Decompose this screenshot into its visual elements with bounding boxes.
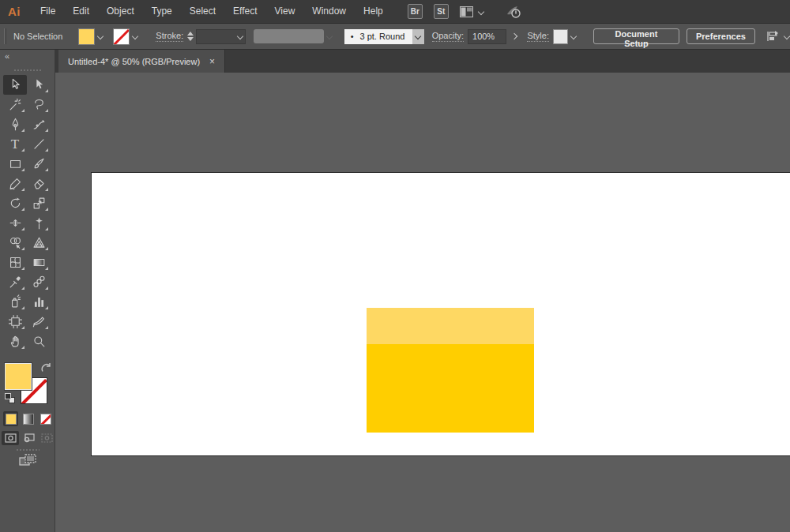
tools-panel-grip[interactable] <box>13 69 42 72</box>
align-icon <box>766 30 780 43</box>
slice-tool[interactable] <box>27 312 51 332</box>
chevron-down-icon <box>97 33 103 39</box>
draw-normal-button[interactable] <box>2 431 19 445</box>
artboard-tool[interactable] <box>3 312 27 332</box>
workspace-switcher[interactable] <box>460 6 484 17</box>
chevron-down-icon <box>784 33 790 39</box>
mesh-tool[interactable] <box>3 253 27 272</box>
fill-color-control[interactable] <box>78 28 106 45</box>
default-fill-stroke-button[interactable] <box>5 393 15 403</box>
line-segment-tool-icon <box>32 137 47 152</box>
hand-tool[interactable] <box>3 332 27 351</box>
style-swatch[interactable] <box>553 29 568 44</box>
symbol-sprayer-tool[interactable] <box>3 292 27 312</box>
style-control[interactable] <box>553 28 579 45</box>
fill-color-swatch[interactable] <box>78 28 95 45</box>
stroke-dropdown-button[interactable] <box>130 28 141 45</box>
menu-object[interactable]: Object <box>98 0 143 23</box>
direct-selection-tool-icon <box>32 77 47 92</box>
artboard[interactable] <box>91 172 790 456</box>
menu-help[interactable]: Help <box>355 0 392 23</box>
tools-panel-grip[interactable] <box>16 448 40 451</box>
zoom-tool[interactable] <box>27 332 51 351</box>
selection-tool[interactable] <box>3 75 27 95</box>
change-screen-mode-button[interactable] <box>19 454 36 470</box>
line-segment-tool[interactable] <box>27 134 51 154</box>
symbol-sprayer-tool-icon <box>8 294 23 309</box>
width-tool[interactable] <box>3 213 27 233</box>
perspective-grid-tool[interactable] <box>27 233 51 253</box>
brush-definition-combo[interactable]: • 3 pt. Round <box>344 29 424 44</box>
direct-selection-tool[interactable] <box>27 75 51 95</box>
variable-width-dropdown[interactable] <box>324 28 335 45</box>
gradient-mode-button[interactable] <box>21 411 36 426</box>
stroke-weight-stepper[interactable] <box>187 32 194 41</box>
align-options-control[interactable] <box>766 30 790 43</box>
bridge-button[interactable]: Br <box>408 4 423 19</box>
document-setup-button[interactable]: Document Setup <box>593 28 679 44</box>
fill-stroke-indicator <box>5 363 54 409</box>
menu-view[interactable]: View <box>266 0 304 23</box>
gradient-mode-icon <box>23 414 34 425</box>
menu-select[interactable]: Select <box>181 0 224 23</box>
stroke-none-swatch[interactable] <box>113 28 130 45</box>
brush-dropdown-button[interactable] <box>412 29 424 44</box>
none-mode-button[interactable] <box>38 411 53 426</box>
shape-builder-tool[interactable] <box>3 233 27 253</box>
stroke-weight-combo[interactable] <box>196 29 245 44</box>
blend-tool-icon <box>32 275 47 290</box>
lasso-tool[interactable] <box>27 95 51 114</box>
style-dropdown-button[interactable] <box>568 28 579 45</box>
menu-window[interactable]: Window <box>303 0 355 23</box>
column-graph-tool[interactable] <box>27 292 51 312</box>
scale-tool[interactable] <box>27 193 51 213</box>
menu-file[interactable]: File <box>32 0 64 23</box>
magic-wand-tool[interactable] <box>3 95 27 114</box>
preferences-button[interactable]: Preferences <box>687 28 755 44</box>
menu-type[interactable]: Type <box>143 0 181 23</box>
canvas-area[interactable] <box>55 73 790 532</box>
brush-stroke-preview[interactable] <box>254 29 324 43</box>
color-mode-button[interactable] <box>3 411 18 426</box>
fill-indicator-active[interactable] <box>5 363 32 390</box>
pen-tool[interactable] <box>3 114 27 134</box>
swap-fill-stroke-button[interactable] <box>41 363 52 376</box>
stroke-color-control[interactable] <box>113 28 141 45</box>
menu-effect[interactable]: Effect <box>224 0 265 23</box>
rectangle-tool[interactable] <box>3 154 27 174</box>
eyedropper-tool[interactable] <box>3 272 27 292</box>
eraser-tool[interactable] <box>27 174 51 193</box>
menu-bar: Ai File Edit Object Type Select Effect V… <box>0 0 790 24</box>
screen-mode-icon <box>19 454 36 468</box>
menu-edit[interactable]: Edit <box>64 0 98 23</box>
stepper-down-icon[interactable] <box>187 37 194 41</box>
draw-inside-button[interactable] <box>38 431 55 445</box>
fill-dropdown-button[interactable] <box>95 28 106 45</box>
rotate-tool[interactable] <box>3 193 27 213</box>
stepper-up-icon[interactable] <box>187 32 194 36</box>
blend-tool[interactable] <box>27 272 51 292</box>
curvature-tool[interactable] <box>27 114 51 134</box>
free-transform-tool[interactable] <box>27 213 51 233</box>
lasso-tool-icon <box>32 97 47 112</box>
brush-definition-field[interactable]: • 3 pt. Round <box>344 29 412 44</box>
type-tool[interactable]: T <box>3 134 27 154</box>
cc-sync-icon[interactable] <box>505 5 522 19</box>
opacity-input[interactable]: 100% <box>468 29 506 44</box>
opacity-expand-button[interactable] <box>509 29 520 44</box>
artwork-rectangle[interactable] <box>367 308 534 433</box>
gradient-tool[interactable] <box>27 253 51 272</box>
paintbrush-tool[interactable] <box>27 154 51 174</box>
workspace-layout-icon <box>460 6 473 17</box>
collapse-tools-button[interactable]: « <box>5 51 9 61</box>
document-tab[interactable]: Untitled-4* @ 50% (RGB/Preview) × <box>58 50 225 73</box>
hand-tool-icon <box>8 334 23 349</box>
shaper-tool[interactable] <box>3 174 27 193</box>
style-label[interactable]: Style: <box>527 31 549 42</box>
opacity-label[interactable]: Opacity: <box>432 31 464 42</box>
draw-behind-button[interactable] <box>20 431 37 445</box>
stroke-weight-label[interactable]: Stroke: <box>156 31 183 42</box>
panel-grip[interactable] <box>4 28 6 44</box>
close-tab-icon[interactable]: × <box>209 57 215 66</box>
stock-button[interactable]: St <box>434 4 449 19</box>
